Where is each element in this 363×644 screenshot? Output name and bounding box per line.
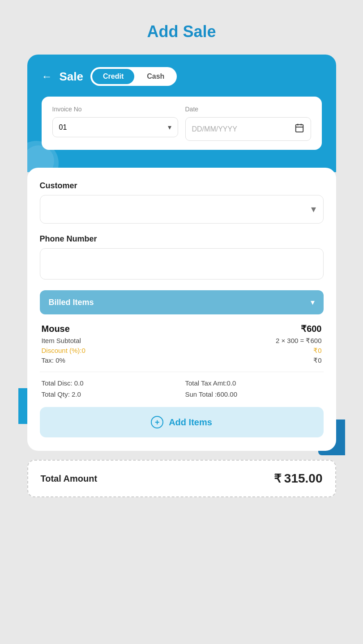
add-items-button[interactable]: + Add Items — [40, 407, 324, 437]
item-discount-row: Discount (%):0 ₹0 — [42, 347, 322, 355]
customer-label: Customer — [40, 181, 324, 191]
total-rupee-symbol: ₹ — [274, 472, 282, 486]
total-amount-label: Total Amount — [41, 474, 98, 484]
item-tax-value: ₹0 — [313, 356, 321, 364]
white-body-card: Customer ▾ Phone Number Billed Items ▾ M… — [27, 168, 336, 451]
total-tax-amt: Total Tax Amt:0.0 — [185, 379, 322, 387]
item-tax-label: Tax: 0% — [42, 356, 65, 364]
item-row: Mouse ₹600 Item Subtotal 2 × 300 = ₹600 … — [40, 323, 324, 364]
page-title: Add Sale — [147, 22, 216, 41]
calendar-icon — [295, 123, 304, 135]
invoice-row: Invoice No 01 ▾ Date DD/MM/YYYY — [42, 97, 322, 150]
payment-toggle: Credit Cash — [90, 67, 177, 86]
invoice-no-chevron: ▾ — [168, 123, 171, 131]
customer-dropdown[interactable]: ▾ — [40, 195, 324, 224]
billed-items-header[interactable]: Billed Items ▾ — [40, 290, 324, 314]
sale-header: ← Sale Credit Cash — [42, 67, 322, 86]
back-button[interactable]: ← — [42, 70, 52, 83]
item-discount-label: Discount (%):0 — [42, 347, 85, 355]
customer-chevron-icon: ▾ — [311, 203, 316, 215]
sun-total: Sun Total :600.00 — [185, 390, 322, 398]
total-disc: Total Disc: 0.0 — [42, 379, 178, 387]
add-items-label: Add Items — [169, 417, 212, 428]
phone-input[interactable] — [47, 257, 316, 265]
billed-items-chevron-icon: ▾ — [311, 297, 315, 307]
billed-items-title: Billed Items — [49, 298, 94, 307]
credit-toggle-btn[interactable]: Credit — [92, 69, 134, 84]
item-subtotal-value: 2 × 300 = ₹600 — [276, 337, 322, 345]
invoice-no-field: Invoice No 01 ▾ — [52, 106, 178, 141]
item-name-price-row: Mouse ₹600 — [42, 323, 322, 334]
total-amount-bar: Total Amount ₹ 315.00 — [27, 460, 336, 497]
item-name: Mouse — [42, 324, 70, 334]
sale-title: Sale — [60, 70, 84, 84]
divider — [40, 372, 324, 372]
invoice-no-value: 01 — [59, 123, 67, 131]
blue-header-card: ← Sale Credit Cash Invoice No 01 ▾ Date … — [27, 55, 336, 172]
invoice-no-input[interactable]: 01 ▾ — [52, 117, 178, 137]
totals-grid: Total Disc: 0.0 Total Tax Amt:0.0 Total … — [40, 379, 324, 398]
cash-toggle-btn[interactable]: Cash — [136, 69, 175, 84]
total-qty: Total Qty: 2.0 — [42, 390, 178, 398]
total-amount-number: 315.00 — [284, 471, 323, 486]
phone-input-wrapper[interactable] — [40, 248, 324, 280]
date-placeholder: DD/MM/YYYY — [192, 125, 237, 133]
date-label: Date — [185, 106, 311, 113]
plus-circle-icon: + — [151, 416, 163, 428]
invoice-no-label: Invoice No — [52, 106, 178, 113]
svg-rect-0 — [295, 125, 303, 132]
item-tax-row: Tax: 0% ₹0 — [42, 356, 322, 364]
total-amount-value: ₹ 315.00 — [274, 471, 323, 486]
date-input[interactable]: DD/MM/YYYY — [185, 117, 311, 141]
item-subtotal-label: Item Subtotal — [42, 337, 81, 345]
date-field: Date DD/MM/YYYY — [185, 106, 311, 141]
item-subtotal-row: Item Subtotal 2 × 300 = ₹600 — [42, 337, 322, 345]
phone-label: Phone Number — [40, 234, 324, 244]
item-price: ₹600 — [301, 323, 321, 334]
item-discount-value: ₹0 — [313, 347, 321, 355]
